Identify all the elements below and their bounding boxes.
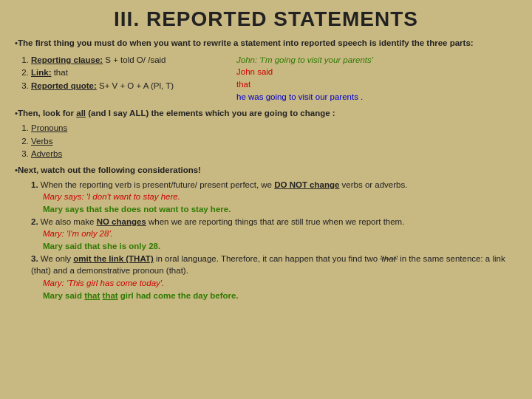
con1-bold: DO NOT change [274, 180, 339, 189]
con1-main: 1. When the reporting verb is present/fu… [31, 179, 517, 191]
con3-sub1: Mary: 'This girl has come today'. [43, 277, 517, 290]
right-column: John: 'I'm going to visit your parents' … [236, 54, 517, 103]
con1-num: 1. [31, 180, 38, 189]
consideration-3: 3. We only omit the link (THAT) in oral … [15, 253, 517, 302]
con3-subs: Mary: 'This girl has come today'. Mary s… [31, 277, 517, 301]
then-item-2: Verbs [31, 135, 517, 148]
con2-sub1: Mary: 'I'm only 28'. [43, 228, 517, 240]
con1-subs: Mary says: 'I don't want to stay here. M… [31, 191, 517, 215]
list-item-3: Reported quote: S+ V + O + A (Pl, T) [31, 80, 236, 92]
con3-that2: that [103, 291, 118, 300]
consideration-1: 1. When the reporting verb is present/fu… [15, 179, 517, 216]
verbs-label: Verbs [31, 137, 52, 146]
intro-section: •The first thing you must do when you wa… [15, 37, 517, 50]
consideration-2: 2. We also make NO changes when we are r… [15, 216, 517, 253]
right-line4: he was going to visit our parents . [236, 91, 517, 103]
two-column-section: Reporting clause: S + told O/ /said Link… [15, 54, 517, 103]
parts-list: Reporting clause: S + told O/ /said Link… [15, 54, 236, 92]
con1-sub2: Mary says that she does not want to stay… [43, 203, 517, 216]
right-line2: John said [236, 66, 517, 78]
pronouns-label: Pronouns [31, 123, 67, 132]
list-item-1: Reporting clause: S + told O/ /said [31, 54, 236, 66]
part1-desc: S + told O/ /said [103, 55, 166, 64]
con3-bold: omit the link (THAT) [73, 254, 153, 263]
con2-subs: Mary: 'I'm only 28'. Mary said that she … [31, 228, 517, 252]
left-column: Reporting clause: S + told O/ /said Link… [15, 54, 236, 103]
next-header: Next, watch out the following considerat… [18, 166, 201, 174]
con3-italic-that: 'that' [380, 254, 398, 263]
right-line1: John: 'I'm going to visit your parents' [236, 54, 517, 66]
con1-sub1: Mary says: 'I don't want to stay here. [43, 191, 517, 203]
page: III. REPORTED STATEMENTS •The first thin… [0, 0, 532, 399]
then-item-1: Pronouns [31, 122, 517, 134]
part1-label: Reporting clause: [31, 55, 103, 64]
con3-sub2: Mary said that that girl had come the da… [43, 290, 517, 302]
page-title: III. REPORTED STATEMENTS [15, 7, 517, 31]
adverbs-label: Adverbs [31, 149, 62, 158]
part2-desc: that [51, 68, 67, 77]
next-section-header: •Next, watch out the following considera… [15, 164, 517, 177]
con2-main: 2. We also make NO changes when we are r… [31, 216, 517, 228]
list-item-2: Link: that [31, 66, 236, 79]
con3-main: 3. We only omit the link (THAT) in oral … [31, 253, 517, 277]
part3-desc: S+ V + O + A (Pl, T) [97, 81, 174, 90]
con2-num: 2. [31, 217, 38, 226]
then-item-3: Adverbs [31, 148, 517, 160]
con3-num: 3. [31, 254, 38, 263]
then-header: Then, look for all (and I say ALL) the e… [18, 109, 335, 117]
right-line3: that [236, 78, 517, 91]
intro-text: The first thing you must do when you wan… [18, 38, 474, 47]
part2-label: Link: [31, 68, 51, 77]
part3-label: Reported quote: [31, 81, 97, 90]
con2-sub2: Mary said that she is only 28. [43, 240, 517, 253]
then-list: Pronouns Verbs Adverbs [15, 122, 517, 160]
content-area: •The first thing you must do when you wa… [15, 37, 517, 301]
con3-that1: that [84, 291, 100, 300]
then-section: •Then, look for all (and I say ALL) the … [15, 107, 517, 120]
con2-bold: NO changes [97, 217, 146, 226]
